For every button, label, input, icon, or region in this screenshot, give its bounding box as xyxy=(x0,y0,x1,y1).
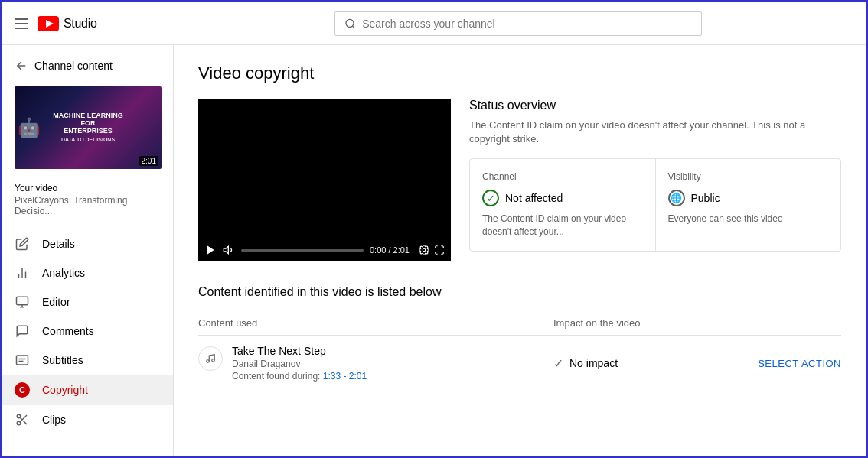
svg-line-15 xyxy=(24,421,27,424)
table-header: Content used Impact on the video xyxy=(198,311,841,336)
content-top: 0:00 / 2:01 xyxy=(198,99,841,261)
studio-label: Studio xyxy=(64,17,97,31)
sidebar: Channel content 🤖 MACHINE LEARNINGFORENT… xyxy=(2,45,174,456)
sidebar-item-clips[interactable]: Clips xyxy=(2,405,173,434)
sidebar-item-label-clips: Clips xyxy=(42,414,66,426)
analytics-icon xyxy=(15,266,30,280)
svg-point-2 xyxy=(346,19,354,27)
search-wrapper[interactable] xyxy=(334,11,702,36)
svg-line-16 xyxy=(20,417,22,420)
sidebar-item-comments[interactable]: Comments xyxy=(2,317,173,346)
video-player: 0:00 / 2:01 xyxy=(198,99,451,261)
svg-point-20 xyxy=(207,360,210,363)
col-header-content-used: Content used xyxy=(198,317,541,329)
video-screen[interactable] xyxy=(198,99,451,241)
content-info: Take The Next Step Danail Draganov Conte… xyxy=(198,345,541,382)
fullscreen-button[interactable] xyxy=(434,245,445,255)
status-overview: Status overview The Content ID claim on … xyxy=(469,99,841,261)
progress-bar[interactable] xyxy=(241,249,364,252)
channel-status-card: Channel ✓ Not affected The Content ID cl… xyxy=(470,159,656,251)
video-channel-name: PixelCrayons: Transforming Decisio... xyxy=(15,195,161,216)
main-layout: Channel content 🤖 MACHINE LEARNINGFORENT… xyxy=(2,45,866,456)
settings-button[interactable] xyxy=(419,245,429,255)
sidebar-item-label-editor: Editor xyxy=(42,296,70,308)
details-icon xyxy=(15,237,30,251)
status-description: The Content ID claim on your video doesn… xyxy=(469,119,841,146)
status-cards: Channel ✓ Not affected The Content ID cl… xyxy=(469,158,841,252)
svg-marker-17 xyxy=(207,245,214,255)
sidebar-item-label-analytics: Analytics xyxy=(42,267,85,279)
sidebar-item-analytics[interactable]: Analytics xyxy=(2,258,173,287)
visibility-status-card: Visibility 🌐 Public Everyone can see thi… xyxy=(656,159,841,251)
sidebar-item-label-copyright: Copyright xyxy=(42,384,88,396)
sidebar-item-copyright[interactable]: C Copyright xyxy=(2,375,173,405)
status-title: Status overview xyxy=(469,99,841,112)
copyright-dot-icon: C xyxy=(15,382,30,398)
search-input[interactable] xyxy=(362,18,692,30)
svg-point-21 xyxy=(212,359,215,362)
content-identified-section: Content identified in this video is list… xyxy=(198,285,841,391)
visibility-value-row: 🌐 Public xyxy=(668,190,829,206)
channel-value-row: ✓ Not affected xyxy=(482,190,643,206)
music-icon xyxy=(198,346,223,371)
header-left: Studio xyxy=(15,16,183,31)
content-found: Content found during: 1:33 - 2:01 xyxy=(232,371,367,382)
found-prefix: Content found during: xyxy=(232,371,323,382)
impact-col: ✓ No impact xyxy=(553,356,706,371)
ctrl-right xyxy=(419,245,445,255)
sidebar-item-details[interactable]: Details xyxy=(2,229,173,258)
globe-icon: 🌐 xyxy=(668,190,685,206)
sidebar-divider xyxy=(2,223,173,223)
volume-button[interactable] xyxy=(223,244,235,256)
content-identified-title: Content identified in this video is list… xyxy=(198,285,841,299)
search-area xyxy=(183,11,853,36)
visibility-value-text: Public xyxy=(691,192,720,204)
svg-point-12 xyxy=(17,414,21,418)
channel-sub-text: The Content ID claim on your video doesn… xyxy=(482,213,643,239)
editor-icon xyxy=(15,295,30,309)
channel-value-text: Not affected xyxy=(505,192,563,204)
time-display: 0:00 / 2:01 xyxy=(370,245,410,255)
action-col: SELECT ACTION xyxy=(719,358,841,369)
back-to-channel[interactable]: Channel content xyxy=(2,51,173,80)
channel-content-label: Channel content xyxy=(34,60,113,72)
video-thumbnail: 🤖 MACHINE LEARNINGFORENTERPRISES DATA TO… xyxy=(15,86,162,169)
svg-rect-6 xyxy=(17,297,28,305)
video-thumbnail-area: 🤖 MACHINE LEARNINGFORENTERPRISES DATA TO… xyxy=(2,80,173,178)
impact-text: No impact xyxy=(569,357,618,369)
search-icon xyxy=(344,18,356,30)
artist-name: Danail Draganov xyxy=(232,359,367,369)
impact-check-icon: ✓ xyxy=(553,356,563,371)
subtitles-icon xyxy=(15,353,30,367)
svg-rect-9 xyxy=(17,356,28,365)
comments-icon xyxy=(15,324,30,338)
video-controls: 0:00 / 2:01 xyxy=(198,241,451,261)
visibility-sub-text: Everyone can see this video xyxy=(668,213,829,226)
robot-decoration: 🤖 xyxy=(18,117,41,138)
sidebar-item-editor[interactable]: Editor xyxy=(2,287,173,317)
sidebar-item-subtitles[interactable]: Subtitles xyxy=(2,346,173,375)
check-circle-icon: ✓ xyxy=(482,190,499,206)
your-video-label: Your video xyxy=(15,183,161,193)
col-header-impact: Impact on the video xyxy=(553,317,706,329)
table-row: Take The Next Step Danail Draganov Conte… xyxy=(198,336,841,391)
channel-label: Channel xyxy=(482,171,643,182)
thumb-duration: 2:01 xyxy=(139,156,158,166)
clips-icon xyxy=(15,413,30,427)
thumb-subtitle: DATA TO DECISIONS xyxy=(53,137,123,143)
video-info: Your video PixelCrayons: Transforming De… xyxy=(2,178,173,216)
main-content: Video copyright xyxy=(174,45,866,456)
back-arrow-icon xyxy=(15,59,28,73)
time-link[interactable]: 1:33 - 2:01 xyxy=(323,371,367,382)
youtube-logo-icon xyxy=(38,16,59,31)
sidebar-item-label-details: Details xyxy=(42,238,75,250)
thumb-text-content: MACHINE LEARNINGFORENTERPRISES DATA TO D… xyxy=(53,112,123,143)
select-action-button[interactable]: SELECT ACTION xyxy=(758,358,841,369)
content-details: Take The Next Step Danail Draganov Conte… xyxy=(232,345,367,382)
song-name: Take The Next Step xyxy=(232,345,367,357)
thumb-title-main: MACHINE LEARNINGFORENTERPRISES xyxy=(53,112,123,135)
play-button[interactable] xyxy=(204,244,217,256)
page-title: Video copyright xyxy=(198,63,841,83)
menu-button[interactable] xyxy=(15,18,28,29)
svg-marker-18 xyxy=(224,246,228,253)
